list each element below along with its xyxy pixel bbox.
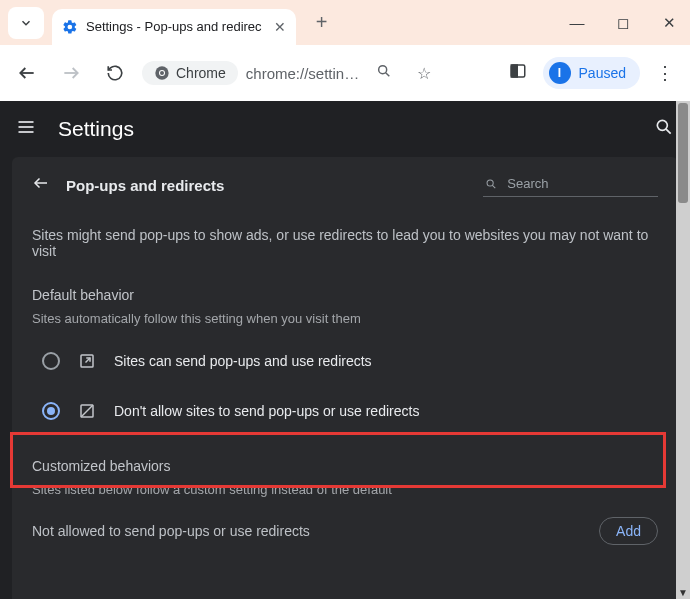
option-block-row[interactable]: Don't allow sites to send pop-ups or use… — [32, 386, 658, 436]
scroll-down-arrow-icon[interactable]: ▼ — [676, 587, 690, 598]
radio-block[interactable] — [42, 402, 60, 420]
page-search-input[interactable] — [505, 175, 656, 192]
browser-tab[interactable]: Settings - Pop-ups and redirec ✕ — [52, 9, 296, 45]
svg-point-12 — [657, 120, 667, 130]
option-block-label: Don't allow sites to send pop-ups or use… — [114, 403, 419, 419]
svg-point-15 — [487, 179, 493, 185]
tab-title: Settings - Pop-ups and redirec — [86, 19, 262, 34]
browser-menu-button[interactable]: ⋮ — [650, 62, 680, 84]
page-header: Pop-ups and redirects — [32, 173, 658, 197]
option-allow-row[interactable]: Sites can send pop-ups and use redirects — [32, 336, 658, 386]
omnibox[interactable]: Chrome chrome://settin… — [142, 61, 359, 85]
arrow-left-icon — [17, 63, 37, 83]
not-allowed-label: Not allowed to send pop-ups or use redir… — [32, 523, 310, 539]
page-back-button[interactable] — [32, 174, 50, 196]
page-search[interactable] — [483, 173, 658, 197]
svg-point-4 — [160, 71, 164, 75]
svg-line-6 — [386, 73, 390, 77]
tab-search-dropdown[interactable] — [8, 7, 44, 39]
customized-label: Customized behaviors — [32, 458, 658, 474]
arrow-right-icon — [61, 63, 81, 83]
svg-line-19 — [81, 405, 93, 417]
svg-line-13 — [666, 129, 671, 134]
side-panel-icon[interactable] — [503, 62, 533, 84]
reload-button[interactable] — [98, 56, 132, 90]
add-button[interactable]: Add — [599, 517, 658, 545]
settings-app-header: Settings — [0, 101, 690, 157]
back-button[interactable] — [10, 56, 44, 90]
default-behavior-label: Default behavior — [32, 287, 658, 303]
window-titlebar: Settings - Pop-ups and redirec ✕ + — ◻ ✕ — [0, 0, 690, 45]
vertical-scrollbar[interactable]: ▼ — [676, 101, 690, 599]
profile-status: Paused — [579, 65, 626, 81]
svg-rect-8 — [511, 65, 517, 77]
settings-search-button[interactable] — [654, 117, 674, 142]
svg-line-16 — [492, 185, 495, 188]
bookmark-icon[interactable]: ☆ — [409, 64, 439, 83]
zoom-icon[interactable] — [369, 63, 399, 83]
option-allow-label: Sites can send pop-ups and use redirects — [114, 353, 372, 369]
settings-page: Pop-ups and redirects Sites might send p… — [12, 157, 678, 599]
page-content: Settings Pop-ups and redirects Sites mig… — [0, 101, 690, 599]
profile-chip[interactable]: I Paused — [543, 57, 640, 89]
forward-button[interactable] — [54, 56, 88, 90]
settings-title: Settings — [58, 117, 134, 141]
close-window-button[interactable]: ✕ — [654, 14, 684, 32]
magnifier-icon — [376, 63, 392, 79]
maximize-button[interactable]: ◻ — [608, 14, 638, 32]
profile-avatar: I — [549, 62, 571, 84]
plus-icon: + — [316, 11, 328, 33]
panel-icon — [509, 62, 527, 80]
page-title: Pop-ups and redirects — [66, 177, 224, 194]
svg-point-5 — [379, 66, 387, 74]
default-behavior-sub: Sites automatically follow this setting … — [32, 311, 658, 326]
chevron-down-icon — [19, 16, 33, 30]
customized-sub: Sites listed below follow a custom setti… — [32, 482, 658, 497]
window-controls: — ◻ ✕ — [562, 0, 684, 45]
hamburger-menu-icon[interactable] — [16, 117, 36, 142]
magnifier-icon — [485, 177, 497, 191]
magnifier-icon — [654, 117, 674, 137]
chrome-logo-icon — [154, 65, 170, 81]
close-tab-icon[interactable]: ✕ — [274, 19, 286, 35]
menu-icon — [16, 117, 36, 137]
url-text: chrome://settin… — [246, 65, 359, 82]
settings-gear-icon — [62, 19, 78, 35]
site-chip-label: Chrome — [176, 65, 226, 81]
open-external-icon — [78, 352, 96, 370]
page-description: Sites might send pop-ups to show ads, or… — [32, 227, 658, 259]
blocked-external-icon — [78, 402, 96, 420]
new-tab-button[interactable]: + — [308, 11, 336, 34]
reload-icon — [106, 64, 124, 82]
site-chip[interactable]: Chrome — [142, 61, 238, 85]
browser-toolbar: Chrome chrome://settin… ☆ I Paused ⋮ — [0, 45, 690, 101]
not-allowed-row: Not allowed to send pop-ups or use redir… — [32, 517, 658, 545]
arrow-left-icon — [32, 174, 50, 192]
minimize-button[interactable]: — — [562, 14, 592, 31]
scrollbar-thumb[interactable] — [678, 103, 688, 203]
radio-allow[interactable] — [42, 352, 60, 370]
